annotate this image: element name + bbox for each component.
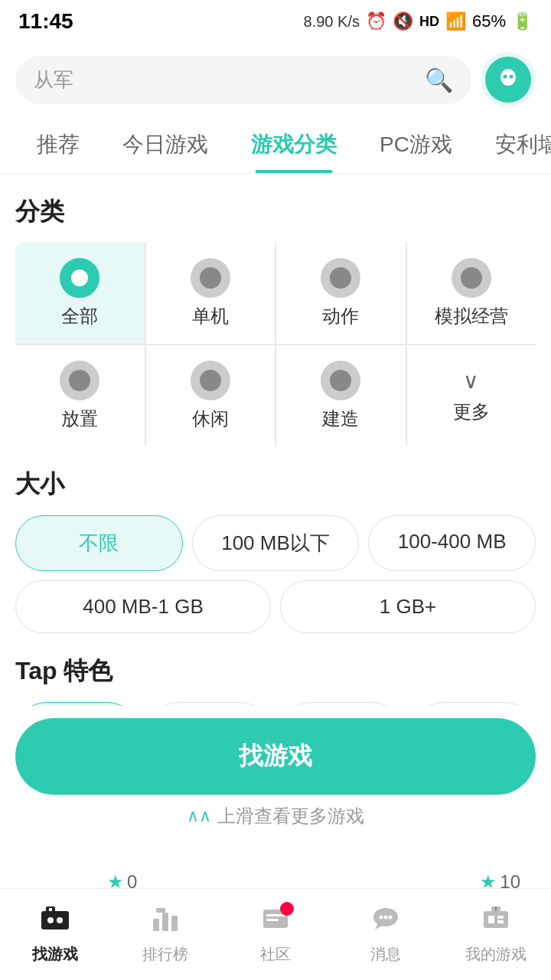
svg-rect-11 — [156, 908, 161, 913]
tab-recommend[interactable]: 推荐 — [15, 116, 101, 173]
cat-icon-inner-standalone — [200, 267, 221, 289]
hd-icon: HD — [419, 14, 439, 30]
svg-point-7 — [57, 917, 63, 923]
find-btn-wrap: 找游戏 ∧∧ 上滑查看更多游戏 — [0, 706, 551, 850]
search-input[interactable]: 从军 — [34, 67, 73, 93]
search-icon[interactable]: 🔍 — [425, 67, 453, 93]
status-bar: 11:45 8.90 K/s ⏰ 🔇 HD 📶 65% 🔋 — [0, 0, 551, 43]
tab-category[interactable]: 游戏分类 — [230, 116, 358, 173]
cat-icon-simulation — [452, 258, 491, 298]
main-content: 分类 全部 单机 动作 模拟经营 — [0, 174, 551, 980]
mute-icon: 🔇 — [393, 11, 413, 31]
svg-rect-24 — [497, 920, 504, 923]
wifi-icon: 📶 — [445, 11, 466, 31]
size-row: 400 MB-1 GB 1 GB+ — [15, 580, 536, 633]
battery-icon: 🔋 — [512, 11, 533, 31]
mygame-nav-icon — [481, 905, 511, 939]
cat-item-simulation[interactable]: 模拟经营 — [407, 243, 536, 344]
mygame-icon-svg — [481, 905, 511, 933]
cat-label-idle: 放置 — [61, 407, 98, 431]
battery-text: 65% — [472, 11, 506, 31]
cat-icon-inner-simulation — [461, 267, 482, 289]
tabs: 推荐 今日游戏 游戏分类 PC游戏 安利墙 — [0, 116, 551, 174]
avatar-face — [485, 57, 531, 103]
size-btn-over1g[interactable]: 1 GB+ — [280, 580, 536, 633]
svg-point-6 — [47, 917, 54, 923]
cat-item-build[interactable]: 建造 — [276, 345, 406, 446]
svg-rect-8 — [153, 919, 159, 931]
find-icon-svg — [40, 905, 70, 933]
rank-icon-svg — [150, 905, 181, 933]
network-speed: 8.90 K/s — [304, 13, 360, 31]
tab-pc[interactable]: PC游戏 — [358, 116, 474, 173]
search-bar: 从军 🔍 — [0, 43, 551, 116]
tap-feature-section-title: Tap 特色 — [15, 633, 536, 702]
cat-icon-inner-build — [330, 370, 351, 391]
chevron-down-icon: ∨ — [463, 368, 479, 394]
nav-item-community[interactable]: 社区 — [220, 889, 331, 980]
cat-icon-inner-action — [330, 267, 351, 289]
cat-icon-all — [60, 258, 99, 298]
avatar-svg — [494, 68, 522, 91]
svg-point-1 — [504, 75, 507, 79]
bottom-nav: 找游戏 排行榜 社区 — [0, 888, 551, 980]
message-icon-svg — [370, 905, 401, 933]
cat-item-standalone[interactable]: 单机 — [146, 243, 276, 344]
cat-label-action: 动作 — [322, 304, 359, 328]
nav-label-rank: 排行榜 — [142, 944, 188, 965]
avatar[interactable] — [481, 52, 536, 107]
nav-label-mygame: 我的游戏 — [465, 944, 527, 965]
cat-item-casual[interactable]: 休闲 — [146, 345, 276, 446]
chevron-up-icon: ∧∧ — [187, 806, 211, 826]
cat-icon-casual — [191, 361, 230, 400]
size-section-title: 大小 — [15, 446, 536, 515]
svg-rect-12 — [161, 908, 165, 913]
cat-icon-inner-all — [71, 270, 88, 286]
nav-item-find[interactable]: 找游戏 — [0, 889, 110, 980]
cat-label-all: 全部 — [61, 304, 98, 328]
svg-point-20 — [389, 915, 393, 919]
size-btn-100to400[interactable]: 100-400 MB — [368, 515, 536, 571]
status-icons: 8.90 K/s ⏰ 🔇 HD 📶 65% 🔋 — [304, 11, 533, 31]
cat-icon-standalone — [191, 258, 230, 298]
svg-rect-21 — [484, 911, 508, 928]
cat-item-all[interactable]: 全部 — [15, 243, 145, 344]
category-section-title: 分类 — [15, 174, 536, 243]
nav-item-mygame[interactable]: 我的游戏 — [441, 889, 551, 980]
cat-icon-idle — [60, 361, 99, 400]
search-input-wrap[interactable]: 从军 🔍 — [15, 56, 471, 104]
cat-label-simulation: 模拟经营 — [435, 304, 508, 328]
nav-item-message[interactable]: 消息 — [331, 889, 441, 980]
scroll-hint: ∧∧ 上滑查看更多游戏 — [15, 795, 536, 838]
size-grid: 不限 100 MB以下 100-400 MB — [15, 515, 536, 571]
cat-icon-inner-idle — [69, 370, 90, 391]
svg-point-18 — [380, 915, 383, 919]
find-game-nav-icon — [40, 905, 70, 939]
category-grid: 全部 单机 动作 模拟经营 放置 — [15, 243, 536, 446]
nav-label-message: 消息 — [370, 944, 401, 965]
size-btn-under100[interactable]: 100 MB以下 — [192, 515, 360, 571]
cat-label-casual: 休闲 — [192, 407, 229, 431]
svg-rect-22 — [488, 916, 494, 923]
cat-label-build: 建造 — [322, 407, 359, 431]
rank-nav-icon — [150, 905, 181, 939]
nav-item-rank[interactable]: 排行榜 — [110, 889, 220, 980]
cat-item-idle[interactable]: 放置 — [15, 345, 145, 446]
cat-item-action[interactable]: 动作 — [276, 243, 406, 344]
tab-today[interactable]: 今日游戏 — [101, 116, 230, 173]
svg-rect-10 — [171, 916, 178, 931]
nav-label-find: 找游戏 — [32, 944, 78, 965]
cat-item-more[interactable]: ∨ 更多 — [407, 345, 536, 446]
community-badge-dot — [280, 902, 294, 916]
svg-point-19 — [384, 915, 388, 919]
status-time: 11:45 — [18, 9, 73, 34]
svg-rect-23 — [497, 916, 504, 919]
svg-rect-3 — [41, 911, 69, 929]
find-game-button[interactable]: 找游戏 — [15, 718, 536, 795]
svg-rect-5 — [49, 908, 52, 911]
size-btn-400to1g[interactable]: 400 MB-1 GB — [15, 580, 271, 633]
size-btn-unlimited[interactable]: 不限 — [15, 515, 183, 571]
tab-wall[interactable]: 安利墙 — [474, 116, 551, 173]
alarm-icon: ⏰ — [366, 11, 386, 31]
cat-label-more: 更多 — [453, 400, 490, 424]
